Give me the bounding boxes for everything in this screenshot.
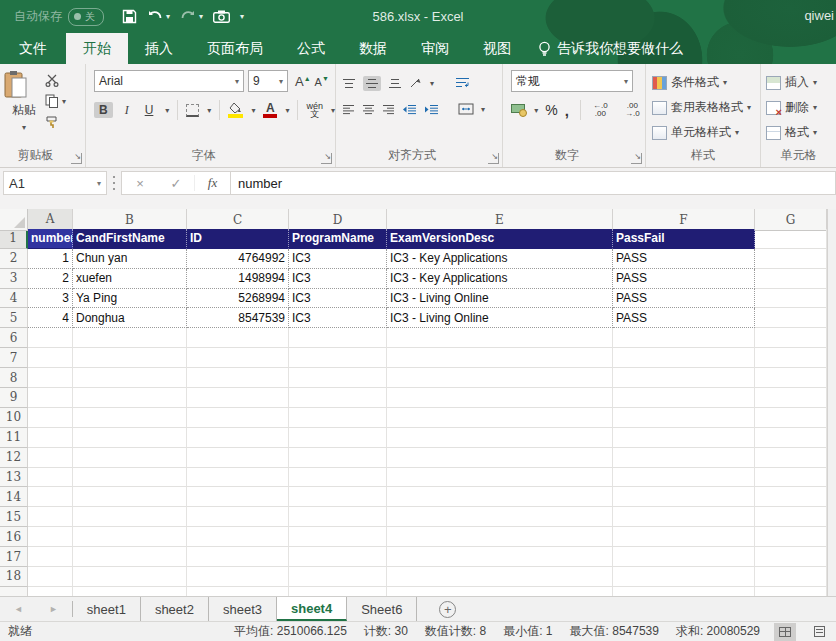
cell-G2[interactable] (755, 249, 827, 269)
cell-A1[interactable]: number (28, 229, 73, 249)
increase-indent-button[interactable] (424, 104, 439, 115)
align-top-button[interactable] (342, 78, 356, 89)
row-header-14[interactable]: 14 (0, 487, 28, 507)
redo-button[interactable]: ▾ (180, 10, 203, 23)
styles-item-2[interactable]: 套用表格格式▾ (652, 95, 760, 120)
accounting-caret-icon[interactable]: ▾ (534, 106, 538, 115)
row-header-1[interactable]: 1 (0, 229, 28, 249)
cell-C10[interactable] (187, 408, 289, 428)
merge-center-button[interactable] (458, 103, 474, 115)
cell-G6[interactable] (755, 328, 827, 348)
cell-C13[interactable] (187, 468, 289, 488)
cell-C8[interactable] (187, 368, 289, 388)
cell-C7[interactable] (187, 348, 289, 368)
font-size-combo[interactable]: 9▾ (248, 70, 288, 92)
copy-button[interactable]: ▾ (45, 94, 81, 108)
camera-icon[interactable] (213, 10, 230, 23)
cell-E2[interactable]: IC3 - Key Applications (387, 249, 613, 269)
row-header-10[interactable]: 10 (0, 408, 28, 428)
copy-caret-icon[interactable]: ▾ (62, 97, 66, 106)
cell-G8[interactable] (755, 368, 827, 388)
cell-B9[interactable] (73, 388, 187, 408)
cell-E1[interactable]: ExamVersionDesc (387, 229, 613, 249)
number-format-combo[interactable]: 常规▾ (511, 70, 633, 92)
cell-A3[interactable]: 2 (28, 269, 73, 289)
column-header-C[interactable]: C (187, 209, 289, 231)
cell-A5[interactable]: 4 (28, 308, 73, 328)
cell-A6[interactable] (28, 328, 73, 348)
cell-C14[interactable] (187, 487, 289, 507)
cell-B10[interactable] (73, 408, 187, 428)
cells-item-1[interactable]: 插入▾ (766, 70, 836, 95)
cell-F11[interactable] (613, 428, 755, 448)
cell-B2[interactable]: Chun yan (73, 249, 187, 269)
font-name-combo[interactable]: Arial▾ (94, 70, 244, 92)
autosave-toggle[interactable]: 自动保存 关 (14, 8, 104, 26)
font-dialog-launcher[interactable]: ↘ (321, 153, 332, 164)
number-dialog-launcher[interactable]: ↘ (631, 153, 642, 164)
cell-A14[interactable] (28, 487, 73, 507)
cell-G14[interactable] (755, 487, 827, 507)
wrap-text-button[interactable] (455, 77, 470, 89)
cell-D5[interactable]: IC3 (289, 308, 387, 328)
cell-E14[interactable] (387, 487, 613, 507)
cell-A12[interactable] (28, 448, 73, 468)
cell-F15[interactable] (613, 507, 755, 527)
cell-D14[interactable] (289, 487, 387, 507)
align-left-button[interactable] (342, 104, 355, 115)
cell-D2[interactable]: IC3 (289, 249, 387, 269)
new-sheet-button[interactable]: + (439, 601, 456, 618)
phonetic-caret-icon[interactable]: ▾ (331, 106, 335, 115)
tell-me-box[interactable]: 告诉我你想要做什么 (528, 33, 693, 64)
cell-G11[interactable] (755, 428, 827, 448)
tab-视图[interactable]: 视图 (466, 33, 528, 64)
cell-E8[interactable] (387, 368, 613, 388)
insert-function-button[interactable]: fx (194, 175, 230, 191)
sheet-tab-sheet1[interactable]: sheet1 (73, 597, 141, 621)
cell-D10[interactable] (289, 408, 387, 428)
cell-D1[interactable]: ProgramName (289, 229, 387, 249)
cell-F2[interactable]: PASS (613, 249, 755, 269)
cell-G7[interactable] (755, 348, 827, 368)
cell-B17[interactable] (73, 547, 187, 567)
cell-G18[interactable] (755, 567, 827, 587)
borders-button[interactable] (186, 104, 199, 117)
column-header-E[interactable]: E (387, 209, 613, 231)
cell-A17[interactable] (28, 547, 73, 567)
row-header-12[interactable]: 12 (0, 448, 28, 468)
customize-qat-icon[interactable]: ▾ (240, 12, 244, 21)
cell-D15[interactable] (289, 507, 387, 527)
cell-F13[interactable] (613, 468, 755, 488)
merge-caret-icon[interactable]: ▾ (481, 105, 485, 114)
cell-F12[interactable] (613, 448, 755, 468)
cell-F5[interactable]: PASS (613, 308, 755, 328)
cells-item-caret-icon[interactable]: ▾ (813, 128, 817, 137)
cell-E13[interactable] (387, 468, 613, 488)
tab-开始[interactable]: 开始 (66, 33, 128, 64)
percent-style-button[interactable]: % (545, 102, 557, 118)
cell-D9[interactable] (289, 388, 387, 408)
cut-button[interactable] (45, 74, 81, 87)
cell-G13[interactable] (755, 468, 827, 488)
cell-C16[interactable] (187, 527, 289, 547)
format-painter-button[interactable] (45, 115, 81, 129)
cell-E11[interactable] (387, 428, 613, 448)
tab-file[interactable]: 文件 (0, 33, 66, 64)
cell-E17[interactable] (387, 547, 613, 567)
decrease-indent-button[interactable] (402, 104, 417, 115)
cell-F8[interactable] (613, 368, 755, 388)
fill-color-button[interactable] (228, 103, 243, 118)
cell-B5[interactable]: Donghua (73, 308, 187, 328)
cells-item-3[interactable]: 格式▾ (766, 120, 836, 145)
cell-F7[interactable] (613, 348, 755, 368)
cell-G17[interactable] (755, 547, 827, 567)
cell-E18[interactable] (387, 567, 613, 587)
cell-D12[interactable] (289, 448, 387, 468)
tab-数据[interactable]: 数据 (342, 33, 404, 64)
row-header-18[interactable]: 18 (0, 567, 28, 587)
cells-item-2[interactable]: 删除▾ (766, 95, 836, 120)
cell-E9[interactable] (387, 388, 613, 408)
paste-caret-icon[interactable]: ▾ (22, 123, 26, 132)
increase-decimal-button[interactable]: ←.0 .00 (588, 102, 613, 118)
cell-A10[interactable] (28, 408, 73, 428)
